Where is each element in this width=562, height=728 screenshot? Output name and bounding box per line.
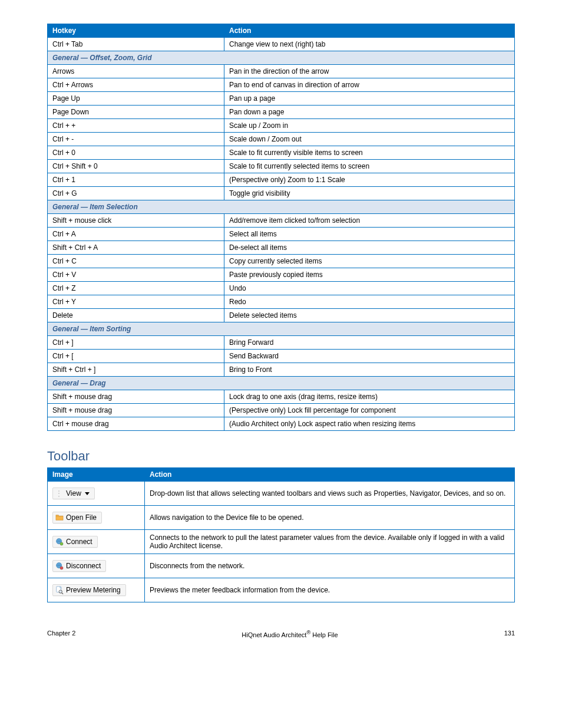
toolbar-header-image: Image xyxy=(48,468,145,482)
toolbar-button-label: Open File xyxy=(66,513,97,522)
hotkey-key: Ctrl + G xyxy=(48,187,224,200)
toolbar-header-action: Action xyxy=(145,468,515,482)
hotkey-section: General — Item Sorting xyxy=(48,322,515,336)
toolbar-action-cell: Disconnects from the network. xyxy=(145,554,515,578)
hotkey-action: Pan down a page xyxy=(224,106,515,119)
hotkey-key: Ctrl + Z xyxy=(48,282,224,295)
hotkey-action: Send Backward xyxy=(224,350,515,363)
toolbar-button-label: Disconnect xyxy=(66,562,101,570)
hotkey-key: Ctrl + mouse drag xyxy=(48,417,224,431)
globe-disconnect-icon xyxy=(55,562,64,570)
hotkey-action: Scale up / Zoom in xyxy=(224,119,515,133)
hotkey-action: Bring Forward xyxy=(224,336,515,350)
footer-page: 131 xyxy=(504,630,515,638)
toolbar-button-label: View xyxy=(66,489,81,498)
hotkey-action: (Perspective only) Zoom to 1:1 Scale xyxy=(224,173,515,187)
hotkey-key: Ctrl + A xyxy=(48,228,224,241)
hotkey-key: Page Down xyxy=(48,106,224,119)
hotkey-action: Pan in the direction of the arrow xyxy=(224,65,515,78)
toolbar-table: Image Action ⋮ViewDrop-down list that al… xyxy=(47,467,515,602)
grip-icon: ⋮ xyxy=(55,490,62,497)
hotkey-key: Ctrl + + xyxy=(48,119,224,133)
svg-point-3 xyxy=(60,566,63,569)
hotkey-key: Ctrl + ] xyxy=(48,336,224,350)
toolbar-button-preview[interactable]: Preview Metering xyxy=(52,584,126,596)
toolbar-action-cell: Connects to the network to pull the late… xyxy=(145,530,515,554)
toolbar-button-disconnect[interactable]: Disconnect xyxy=(52,560,106,572)
footer-center: HiQnet Audio Architect® Help File xyxy=(75,630,504,638)
svg-line-6 xyxy=(62,592,64,594)
hotkey-action: Lock drag to one axis (drag items, resiz… xyxy=(224,390,515,404)
hotkey-action: Pan to end of canvas in direction of arr… xyxy=(224,78,515,92)
hotkey-key: Shift + mouse drag xyxy=(48,390,224,404)
chevron-down-icon xyxy=(85,492,90,495)
globe-connect-icon xyxy=(55,538,64,546)
hotkey-action: Redo xyxy=(224,295,515,309)
hotkey-key: Ctrl + 0 xyxy=(48,146,224,160)
hotkey-section: General — Item Selection xyxy=(48,200,515,214)
svg-rect-4 xyxy=(57,587,61,592)
hotkey-key: Ctrl + Shift + 0 xyxy=(48,160,224,173)
hotkey-action: Scale down / Zoom out xyxy=(224,133,515,146)
preview-metering-icon xyxy=(55,586,64,594)
hotkey-section: General — Offset, Zoom, Grid xyxy=(48,51,515,65)
hotkey-key: Shift + Ctrl + A xyxy=(48,241,224,255)
hotkey-action: Select all items xyxy=(224,228,515,241)
open-folder-icon xyxy=(55,513,64,522)
hotkey-table: Hotkey Action Ctrl + TabChange view to n… xyxy=(47,24,515,431)
section-title-toolbar: Toolbar xyxy=(47,449,515,464)
hotkey-key: Ctrl + Y xyxy=(48,295,224,309)
toolbar-action-cell: Allows navigation to the Device file to … xyxy=(145,506,515,530)
svg-point-1 xyxy=(60,542,63,545)
hotkey-action: Toggle grid visibility xyxy=(224,187,515,200)
hotkey-action: Add/remove item clicked to/from selectio… xyxy=(224,214,515,228)
hotkey-action: Scale to fit currently visible items to … xyxy=(224,146,515,160)
hotkey-action: (Audio Architect only) Lock aspect ratio… xyxy=(224,417,515,431)
toolbar-action-cell: Drop-down list that allows selecting wan… xyxy=(145,482,515,506)
hotkey-key: Page Up xyxy=(48,92,224,106)
hotkey-key: Delete xyxy=(48,309,224,322)
toolbar-button-view[interactable]: ⋮View xyxy=(52,487,95,499)
toolbar-button-openfile[interactable]: Open File xyxy=(52,512,102,523)
hotkey-action: Undo xyxy=(224,282,515,295)
hotkey-key: Shift + mouse drag xyxy=(48,404,224,417)
hotkey-key: Ctrl + [ xyxy=(48,350,224,363)
toolbar-image-cell: Connect xyxy=(48,530,145,554)
footer-left: Chapter 2 xyxy=(47,630,75,638)
hotkey-action: Delete selected items xyxy=(224,309,515,322)
hotkey-header-action: Action xyxy=(224,24,515,38)
hotkey-action: Bring to Front xyxy=(224,363,515,377)
toolbar-image-cell: Disconnect xyxy=(48,554,145,578)
toolbar-action-cell: Previews the meter feedback information … xyxy=(145,578,515,602)
toolbar-button-label: Preview Metering xyxy=(66,586,121,594)
toolbar-image-cell: Open File xyxy=(48,506,145,530)
hotkey-key: Ctrl + V xyxy=(48,268,224,282)
hotkey-key: Shift + Ctrl + ] xyxy=(48,363,224,377)
hotkey-key: Ctrl + 1 xyxy=(48,173,224,187)
hotkey-action: Copy currently selected items xyxy=(224,255,515,268)
hotkey-action: Paste previously copied items xyxy=(224,268,515,282)
toolbar-button-label: Connect xyxy=(66,538,92,546)
hotkey-action: Change view to next (right) tab xyxy=(224,38,515,51)
hotkey-action: Scale to fit currently selected items to… xyxy=(224,160,515,173)
hotkey-action: De-select all items xyxy=(224,241,515,255)
hotkey-action: Pan up a page xyxy=(224,92,515,106)
hotkey-key: Ctrl + Arrows xyxy=(48,78,224,92)
page-footer: Chapter 2 HiQnet Audio Architect® Help F… xyxy=(0,626,562,650)
hotkey-section: General — Drag xyxy=(48,377,515,390)
toolbar-image-cell: Preview Metering xyxy=(48,578,145,602)
hotkey-header-hotkey: Hotkey xyxy=(48,24,224,38)
hotkey-key: Arrows xyxy=(48,65,224,78)
hotkey-key: Ctrl + C xyxy=(48,255,224,268)
hotkey-key: Shift + mouse click xyxy=(48,214,224,228)
hotkey-action: (Perspective only) Lock fill percentage … xyxy=(224,404,515,417)
hotkey-key: Ctrl + Tab xyxy=(48,38,224,51)
toolbar-image-cell: ⋮View xyxy=(48,482,145,506)
toolbar-button-connect[interactable]: Connect xyxy=(52,536,98,548)
hotkey-key: Ctrl + - xyxy=(48,133,224,146)
